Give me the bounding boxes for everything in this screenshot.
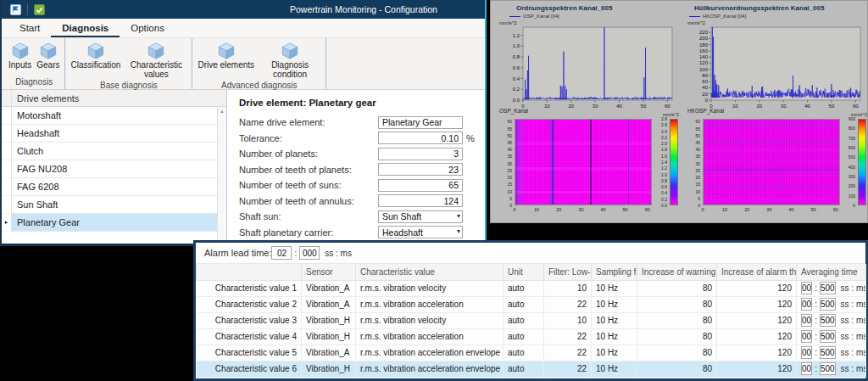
- x-tick-label: 40: [787, 207, 797, 212]
- ribbon-button-characteristic-values[interactable]: Characteristic values: [123, 41, 189, 80]
- spectrogram-stripe: [590, 120, 592, 205]
- list-item-motorshaft[interactable]: Motorshaft: [2, 107, 226, 125]
- colorbar-gradient: [858, 119, 866, 205]
- x-tick-label: 20: [554, 207, 564, 212]
- form-field-number-of-teeth-of-planets: Number of teeth of planets:23: [239, 162, 475, 178]
- select-shaft-planetary-carrier[interactable]: Headshaft▾: [378, 226, 463, 238]
- tab-diagnosis[interactable]: Diagnosis: [51, 20, 120, 37]
- input-number-of-teeth-of-planets[interactable]: 23: [378, 163, 463, 176]
- svg-text:120: 120: [699, 60, 709, 65]
- alarm-ms-input[interactable]: 000: [299, 246, 320, 260]
- svg-text:200: 200: [699, 36, 709, 41]
- y-tick-label: 50: [498, 133, 512, 139]
- cell-averaging-time: 00:500ss : ms: [797, 328, 866, 345]
- form-title: Drive element: Planetary gear: [239, 98, 475, 108]
- list-item-headshaft[interactable]: Headshaft: [2, 125, 226, 143]
- spectrogram-stripe: [520, 120, 522, 205]
- y-tick-label: 40: [686, 147, 700, 153]
- cube-icon: [147, 42, 165, 60]
- y-tick-label: 30: [498, 161, 512, 167]
- list-item-planetary-gear[interactable]: ▸Planetary Gear: [2, 214, 226, 232]
- list-scrollbar[interactable]: ▴: [217, 107, 226, 244]
- input-name-drive-element[interactable]: Planetary Gear: [378, 116, 463, 129]
- apply-check-icon[interactable]: [34, 4, 45, 15]
- x-tick-label: 0: [509, 207, 520, 212]
- ribbon-button-gears[interactable]: Gears: [34, 41, 62, 71]
- averaging-ms-input[interactable]: 500: [820, 346, 836, 359]
- ribbon-button-label: Diagnosis condition: [259, 61, 320, 79]
- cell-unit: auto: [504, 345, 544, 361]
- averaging-unit-label: ss : ms: [836, 332, 866, 341]
- tab-start[interactable]: Start: [8, 20, 51, 37]
- list-item-fag-6208[interactable]: FAG 6208: [2, 178, 226, 196]
- cell-increase-of-warning-thre: 80: [637, 361, 717, 377]
- drive-elements-header-row: Drive elements: [2, 90, 226, 107]
- list-item-sun-shaft[interactable]: Sun Shaft: [2, 196, 226, 214]
- ribbon-button-label: Classification: [70, 61, 120, 70]
- row-gutter: [2, 178, 12, 196]
- averaging-seconds-input[interactable]: 00: [801, 346, 812, 359]
- legend-line-icon: [689, 16, 700, 17]
- ribbon-button-inputs[interactable]: Inputs: [6, 41, 34, 71]
- averaging-seconds-input[interactable]: 00: [801, 314, 812, 327]
- titlebar[interactable]: Powertrain Monitoring - Configuration: [2, 0, 485, 19]
- spectrogram-band: [704, 187, 840, 189]
- input-number-of-planets[interactable]: 3: [378, 148, 463, 160]
- chart-legend: HKOSP_Kanal [04]: [689, 14, 867, 19]
- drive-elements-list: Drive elements MotorshaftHeadshaftClutch…: [2, 90, 227, 244]
- svg-text:60: 60: [702, 79, 708, 84]
- table-row-6[interactable]: Characteristic value 6Vibration_Hr.m.s. …: [197, 361, 866, 377]
- input-tolerance[interactable]: 0.10: [378, 132, 463, 144]
- averaging-ms-input[interactable]: 500: [820, 298, 836, 311]
- table-row-5[interactable]: Characteristic value 5Vibration_Ar.m.s. …: [197, 345, 866, 361]
- averaging-ms-input[interactable]: 500: [820, 330, 836, 343]
- ribbon-button-diagnosis-condition[interactable]: Diagnosis condition: [257, 41, 323, 80]
- column-header-averaging-time: Averaging time: [797, 264, 866, 280]
- table-row-1[interactable]: Characteristic value 1Vibration_Ar.m.s. …: [197, 280, 866, 296]
- list-item-clutch[interactable]: Clutch: [2, 143, 226, 160]
- cell-increase-of-alarm-thresh: 120: [717, 361, 797, 377]
- averaging-ms-input[interactable]: 500: [820, 362, 836, 375]
- averaging-seconds-input[interactable]: 00: [801, 298, 812, 311]
- select-shaft-sun[interactable]: Sun Shaft▾: [378, 210, 463, 223]
- cell-sampling-fre: 10 Hz: [592, 328, 637, 345]
- averaging-unit-label: ss : ms: [836, 300, 866, 309]
- table-row-4[interactable]: Characteristic value 4Vibration_Hr.m.s. …: [197, 328, 866, 345]
- averaging-seconds-input[interactable]: 00: [801, 282, 812, 294]
- scroll-up-icon[interactable]: ▴: [218, 107, 226, 115]
- cell-filter-low-pa: 22: [544, 296, 592, 312]
- colorbar: mm/s^20100200300400500600700800900: [842, 119, 868, 217]
- ribbon-button-drive-elements[interactable]: Drive elements: [195, 41, 257, 71]
- cell-sensor: Vibration_H: [302, 328, 356, 345]
- input-number-of-teeth-of-suns[interactable]: 65: [378, 179, 463, 192]
- table-row-2[interactable]: Characteristic value 2Vibration_Ar.m.s. …: [197, 296, 866, 312]
- ribbon-group-diagnosis: InputsGearsDiagnosis: [3, 38, 65, 89]
- titlebar-divider: [27, 3, 28, 15]
- cell-increase-of-alarm-thresh: 120: [717, 328, 797, 345]
- alarm-seconds-input[interactable]: 02: [271, 246, 292, 260]
- spectrogram-stripe: [628, 120, 630, 205]
- ribbon-button-classification[interactable]: Classification: [68, 41, 123, 71]
- svg-text:0.8: 0.8: [513, 54, 520, 59]
- averaging-ms-input[interactable]: 500: [820, 282, 836, 294]
- cell-increase-of-warning-thre: 80: [637, 280, 717, 296]
- form-field-suffix: %: [463, 133, 475, 143]
- tab-options[interactable]: Options: [120, 20, 175, 37]
- spectrogram-band: [704, 124, 840, 127]
- averaging-ms-input[interactable]: 500: [820, 314, 836, 327]
- list-item-fag-nu208[interactable]: FAG NU208: [2, 160, 226, 178]
- cell-sensor: Vibration_H: [302, 361, 356, 377]
- drive-elements-header: Drive elements: [12, 90, 226, 107]
- averaging-seconds-input[interactable]: 00: [801, 362, 812, 375]
- cell-increase-of-warning-thre: 80: [637, 328, 717, 345]
- input-number-of-teeth-of-annulus[interactable]: 124: [378, 194, 463, 207]
- legend-line-icon: [509, 16, 520, 17]
- spectrogram-band: [515, 167, 652, 171]
- spectrogram-band: [704, 149, 840, 152]
- averaging-seconds-input[interactable]: 00: [801, 330, 812, 343]
- colorbar-tick-labels: 0100200300400500600700800900: [842, 119, 857, 205]
- svg-text:0.6: 0.6: [513, 65, 520, 70]
- ribbon-group-base-diagnosis: ClassificationCharacteristic valuesBase …: [65, 38, 192, 89]
- table-row-3[interactable]: Characteristic value 3Vibration_Hr.m.s. …: [197, 312, 866, 328]
- cell-characteristic-value: r.m.s. vibration acceleration: [356, 296, 504, 312]
